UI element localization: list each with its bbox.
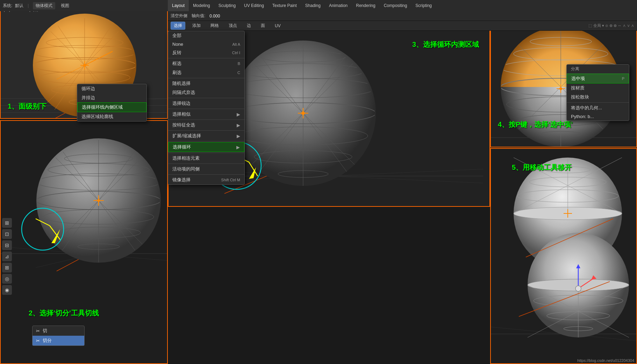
menu-mirror-label: 镜像选择 <box>172 177 191 183</box>
tab-shading[interactable]: Shading <box>301 0 325 11</box>
mesh-menu-btn[interactable]: 网格 <box>208 22 222 29</box>
cut-icon: ✂ <box>36 328 40 334</box>
annotation-step4: 4、按P键，选择'选中项' <box>498 120 573 129</box>
bisect-label: 切分 <box>43 337 52 344</box>
object-mode-label[interactable]: 物体模式 <box>33 2 55 9</box>
svg-point-43 <box>97 199 100 202</box>
sep6 <box>168 130 244 131</box>
menu-checker[interactable]: 间隔式弃选 <box>168 88 244 97</box>
context-menu[interactable]: 分离 选中项 P 按材质 按松散块 将选中的几何... Python: b... <box>566 64 629 121</box>
menu-none[interactable]: None Alt A <box>168 40 244 48</box>
tab-layout[interactable]: Layout <box>168 0 189 11</box>
tool-icon-4[interactable]: ⊿ <box>2 252 12 261</box>
axis-val-label: 轴向值: <box>192 13 205 19</box>
view-options: ⬚ 全局 ▾ ⊙ ⊚ ⊛ ↔ ∧ ∨ ∧ <box>588 23 634 28</box>
tool-icon-7[interactable]: ◉ <box>2 285 12 295</box>
tab-compositing[interactable]: Compositing <box>380 0 411 11</box>
svg-point-91 <box>559 87 562 90</box>
select-dropdown-menu[interactable]: 全部 None Alt A 反转 Ctrl I 框选 B 刷选 C 随机选择 间… <box>168 31 245 185</box>
sep1 <box>168 58 244 58</box>
separator1: | <box>28 3 29 8</box>
tool-icon-3[interactable]: ⊟ <box>2 240 12 250</box>
cut-tool[interactable]: ✂ 切 <box>33 326 84 336</box>
context-python[interactable]: Python: b... <box>567 112 629 121</box>
menu-loop[interactable]: 选择循环 ▶ <box>168 142 244 152</box>
menu-similar-arrow: ▶ <box>237 112 240 117</box>
menu-loop-label: 选择循环 <box>173 144 191 150</box>
menu-invert[interactable]: 反转 Ctrl I <box>168 48 244 57</box>
context-by-loose[interactable]: 按松散块 <box>567 93 629 102</box>
context-menu-header: 分离 <box>567 65 629 74</box>
viewport-bottom-right[interactable]: 5、用移动工具移开 <box>490 148 637 364</box>
submenu-inner-region[interactable]: 选择循环线内侧区域 <box>77 102 146 112</box>
context-selected-item[interactable]: 选中项 P <box>567 74 629 83</box>
tab-texture-paint[interactable]: Texture Paint <box>268 0 301 11</box>
ctx-sep <box>567 102 629 103</box>
sep4 <box>168 109 244 109</box>
context-selected-geo[interactable]: 将选中的几何... <box>567 103 629 112</box>
submenu-boundary[interactable]: 选择区域轮廓线 <box>77 112 146 121</box>
tab-animation[interactable]: Animation <box>325 0 352 11</box>
submenu-loop-edge[interactable]: 循环边 <box>77 84 146 93</box>
tab-uv-editing[interactable]: UV Editing <box>240 0 268 11</box>
menu-box-shortcut: B <box>238 61 240 66</box>
bisect-tool[interactable]: ✂ 切分 <box>33 336 84 345</box>
tab-rendering[interactable]: Rendering <box>352 0 379 11</box>
tab-scripting[interactable]: Scripting <box>411 0 436 11</box>
sep5 <box>168 119 244 120</box>
tool-icon-1[interactable]: ⊞ <box>2 218 12 228</box>
uv-menu-btn[interactable]: UV <box>272 23 284 29</box>
menu-brush[interactable]: 刷选 C <box>168 68 244 77</box>
sep3 <box>168 98 244 98</box>
menu-expand[interactable]: 扩展/缩减选择 ▶ <box>168 131 244 140</box>
tab-sculpting[interactable]: Sculpting <box>214 0 240 11</box>
submenu-parallel-edge[interactable]: 并排边 <box>77 93 146 102</box>
tool-icon-5[interactable]: ⊞ <box>2 263 12 272</box>
tool-icon-2[interactable]: ⊡ <box>2 229 12 239</box>
submenu-parallel-edge-label: 并排边 <box>81 95 95 101</box>
menu-feature[interactable]: 按特征全选 ▶ <box>168 121 244 130</box>
vertex-menu-btn[interactable]: 顶点 <box>226 22 240 29</box>
menu-all-label: 全部 <box>172 32 181 39</box>
sep8 <box>168 153 244 153</box>
menu-linked[interactable]: 选择相连元素 <box>168 154 244 163</box>
edge-menu-btn[interactable]: 边 <box>244 22 254 29</box>
menu-side[interactable]: 活动项的同侧 <box>168 165 244 174</box>
menu-invert-shortcut: Ctrl I <box>232 51 240 55</box>
menu-feature-label: 按特征全选 <box>172 122 195 128</box>
sep2 <box>168 78 244 78</box>
header-row2: 清空外侧 轴向值: 0.000 <box>168 11 637 21</box>
tool-icon-6[interactable]: ◎ <box>2 274 12 284</box>
clear-outer-label: 清空外侧 <box>171 13 187 19</box>
context-selected-shortcut: P <box>622 77 624 81</box>
menu-feature-arrow: ▶ <box>237 123 240 128</box>
viewport-bottom-left[interactable]: ⊞ ⊡ ⊟ ⊿ ⊞ ◎ ◉ <box>0 120 168 364</box>
add-menu-btn[interactable]: 添加 <box>189 22 203 29</box>
annotation-step5: 5、用移动工具移开 <box>512 163 572 172</box>
menu-random[interactable]: 随机选择 <box>168 79 244 88</box>
viewport-top-right[interactable]: 4、按P键，选择'选中项' 分离 选中项 P 按材质 按松散块 将选中的几何..… <box>490 11 637 147</box>
context-by-material[interactable]: 按材质 <box>567 83 629 93</box>
sep9 <box>168 163 244 164</box>
view-label[interactable]: 视图 <box>61 3 69 9</box>
menu-checker-label: 间隔式弃选 <box>172 89 195 96</box>
menu-mirror[interactable]: 镜像选择 Shift Ctrl M <box>168 175 244 184</box>
menu-all[interactable]: 全部 <box>168 31 244 40</box>
menu-box[interactable]: 框选 B <box>168 59 244 68</box>
loop-submenu[interactable]: 循环边 并排边 选择循环线内侧区域 选择区域轮廓线 <box>77 84 147 122</box>
watermark-url: https://blog.csdn.net/u012204304 <box>577 358 634 363</box>
face-menu-btn[interactable]: 面 <box>258 22 268 29</box>
menu-similar[interactable]: 选择相似 ▶ <box>168 110 244 119</box>
menu-loop-arrow: ▶ <box>236 145 240 150</box>
submenu-boundary-label: 选择区域轮廓线 <box>81 114 113 120</box>
menu-sharp-label: 选择锐边 <box>172 100 191 107</box>
axis-val-value: 0.000 <box>209 14 220 19</box>
sep10 <box>168 174 244 175</box>
tab-modeling[interactable]: Modeling <box>189 0 214 11</box>
menu-sharp[interactable]: 选择锐边 <box>168 99 244 108</box>
menu-side-label: 活动项的同侧 <box>172 166 200 172</box>
menu-similar-label: 选择相似 <box>172 111 191 117</box>
context-selected-label: 选中项 <box>571 75 585 82</box>
select-menu-btn[interactable]: 选择 <box>171 22 185 30</box>
annotation-step1: 1、面级别下 <box>8 102 46 111</box>
